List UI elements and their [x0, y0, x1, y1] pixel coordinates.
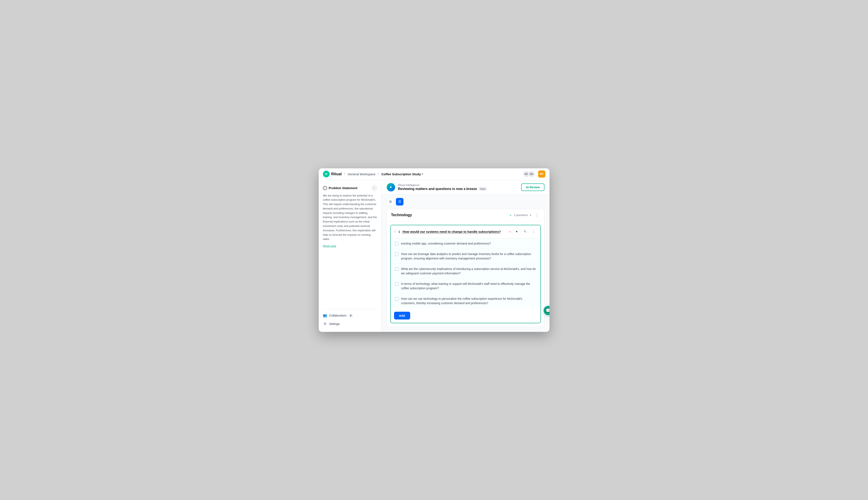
header-right: MV SM MV [523, 170, 545, 178]
sidebar-item-settings[interactable]: ⚙ Settings [323, 321, 377, 327]
suggestion-item-1: How can we leverage data analytics to pr… [391, 249, 541, 264]
ai-banner-text: Ritual Intelligence Reviewing matters an… [398, 183, 487, 191]
suggestion-item-4: How can we use technology to personalize… [391, 294, 541, 308]
question-header: ⠿ 1 How would our systems need to change… [391, 225, 541, 238]
section-title: Technology [391, 213, 508, 217]
section-container: Technology ⟡ 2 questions ∧ ⋮ ⠿ 1 [382, 209, 549, 332]
settings-label: Settings [329, 322, 340, 326]
collapse-button[interactable]: › [371, 185, 377, 191]
breadcrumb-sep-1: / [344, 172, 345, 176]
suggestion-text-1: How can we leverage data analytics to pr… [401, 252, 536, 261]
toolbar: ⊞ ☰ [382, 195, 549, 209]
suggestion-text-2: What are the cybersecurity implications … [401, 267, 536, 276]
section-more-button[interactable]: ⋮ [534, 213, 540, 218]
ai-review-button[interactable]: AI Review [521, 183, 544, 191]
question-number: 1 [398, 230, 400, 234]
breadcrumb-sep-2: / [378, 172, 379, 176]
section-header: Technology ⟡ 2 questions ∧ ⋮ [387, 209, 544, 221]
ai-icon: ✦ [387, 183, 395, 191]
suggestion-text-3: In terms of technology, what training or… [401, 282, 536, 291]
question-text: How would our systems need to change to … [403, 230, 505, 234]
ai-star-button[interactable]: ✦ [513, 228, 520, 235]
ai-banner-right: AI Review [521, 183, 544, 191]
question-card-1: ⠿ 1 How would our systems need to change… [390, 225, 541, 323]
logo-text: Ritual [331, 172, 342, 176]
suggestion-item-2: What are the cybersecurity implications … [391, 264, 541, 279]
sidebar-bottom: 👥 Collaborators 2 ⚙ Settings [323, 309, 377, 327]
avatar-group: MV SM [523, 171, 535, 178]
suggestion-checkbox-2[interactable] [395, 267, 398, 271]
breadcrumb-workspace[interactable]: General Workspace [348, 172, 375, 176]
main-content: ✦ Ritual Intelligence Reviewing matters … [382, 180, 549, 332]
collaborators-icon: 👥 [323, 314, 327, 318]
suggestions-list: existing mobile app, considering custome… [391, 238, 541, 308]
show-less-link[interactable]: Show Less [323, 244, 336, 248]
edit-button[interactable]: ✎ [522, 228, 529, 235]
collaborators-badge: 2 [349, 314, 353, 317]
collaborators-label: Collaborators [329, 314, 347, 317]
suggestion-checkbox-4[interactable] [395, 297, 398, 301]
problem-text: We are trying to explore the potential o… [323, 194, 377, 242]
section-meta: 2 questions ∧ [514, 214, 532, 217]
drag-handle[interactable]: ⠿ [394, 230, 396, 233]
problem-icon: ! [323, 186, 327, 190]
suggestion-item-0: existing mobile app, considering custome… [391, 238, 541, 249]
suggestion-checkbox-3[interactable] [395, 282, 398, 286]
sidebar: ! Problem Statement › We are trying to e… [319, 180, 382, 332]
settings-icon: ⚙ [323, 322, 327, 326]
question-actions: → ✦ ✎ ⋮ [508, 228, 537, 235]
ai-message: Reviewing matters and questions is now a… [398, 187, 477, 191]
body: ! Problem Statement › We are trying to e… [319, 180, 549, 332]
suggestion-text-0: existing mobile app, considering custome… [401, 241, 491, 246]
grid-icon: ⊞ [389, 200, 392, 204]
suggestion-item-3: In terms of technology, what training or… [391, 279, 541, 294]
sidebar-problem-section: ! Problem Statement › We are trying to e… [323, 185, 377, 309]
section-ai-icon: ⟡ [509, 213, 512, 217]
add-button[interactable]: Add [394, 312, 410, 319]
suggestion-checkbox-0[interactable] [395, 242, 398, 246]
suggestion-text-4: How can we use technology to personalize… [401, 297, 536, 305]
beta-badge: Beta [479, 187, 487, 191]
avatar-2: SM [528, 171, 535, 178]
breadcrumb-study[interactable]: Coffee Subscription Study ▾ [381, 172, 423, 176]
header: ⟳ Ritual / General Workspace / Coffee Su… [319, 168, 549, 180]
avatar-primary[interactable]: MV [538, 170, 545, 178]
sidebar-item-collaborators[interactable]: 👥 Collaborators 2 [323, 312, 377, 318]
problem-header: ! Problem Statement › [323, 185, 377, 191]
ai-banner: ✦ Ritual Intelligence Reviewing matters … [382, 180, 549, 195]
app-window: ⟳ Ritual / General Workspace / Coffee Su… [319, 168, 549, 332]
list-view-button[interactable]: ☰ [396, 198, 404, 205]
problem-title: Problem Statement [329, 186, 370, 190]
ai-name: Ritual Intelligence [398, 183, 487, 186]
questions-count: 2 questions [514, 214, 528, 217]
logo: ⟳ Ritual [323, 171, 342, 178]
collapse-icon: ∧ [530, 214, 532, 217]
chevron-down-icon: ▾ [422, 172, 423, 175]
section-card: Technology ⟡ 2 questions ∧ ⋮ ⠿ 1 [387, 209, 544, 327]
logo-icon: ⟳ [323, 171, 329, 178]
suggestion-checkbox-1[interactable] [395, 252, 398, 256]
arrow-icon: → [508, 229, 512, 234]
grid-view-button[interactable]: ⊞ [387, 198, 394, 205]
ai-banner-message-row: Reviewing matters and questions is now a… [398, 187, 487, 191]
list-icon: ☰ [398, 200, 401, 204]
question-more-button[interactable]: ⋮ [530, 228, 537, 235]
